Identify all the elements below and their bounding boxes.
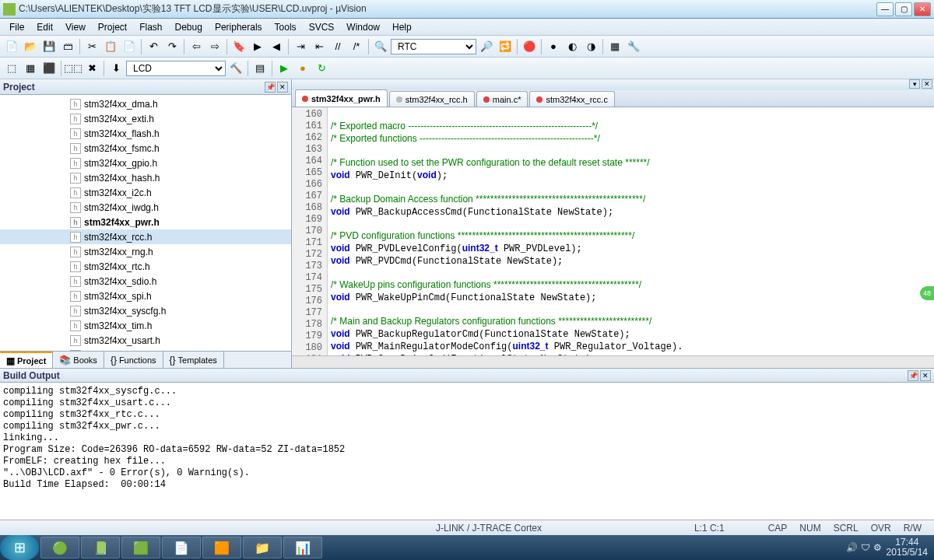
stop-build-icon[interactable]: ✖ (83, 60, 100, 77)
panel-tab-books[interactable]: 📚Books (53, 352, 104, 368)
config-icon[interactable]: 🔧 (625, 38, 642, 55)
tray-icon[interactable]: 🛡 (861, 542, 870, 553)
batch-build-icon[interactable]: ⬚⬚ (65, 60, 82, 77)
start-button[interactable]: ⊞ (0, 535, 39, 560)
panel-close-icon[interactable]: ✕ (277, 82, 288, 93)
indent-icon[interactable]: ⇥ (292, 38, 309, 55)
build-output-text[interactable]: compiling stm32f4xx_syscfg.c... compilin… (0, 383, 934, 520)
bookmark-next-icon[interactable]: ▶ (249, 38, 266, 55)
task-item[interactable]: 📗 (81, 537, 120, 558)
outdent-icon[interactable]: ⇤ (311, 38, 328, 55)
tree-file[interactable]: hstm32f4xx_hash.h (0, 170, 291, 185)
bookmark-icon[interactable]: 🔖 (230, 38, 248, 55)
tree-file[interactable]: hstm32f4xx_gpio.h (0, 156, 291, 170)
run-icon[interactable]: ▶ (276, 60, 293, 77)
code-editor[interactable]: 160 161 162 163 164 165 166 167 168 169 … (292, 107, 934, 355)
build-icon[interactable]: ▦ (22, 60, 39, 77)
window-icon[interactable]: ▦ (606, 38, 623, 55)
tree-file[interactable]: hstm32f4xx_rtc.h (0, 259, 291, 274)
tree-file[interactable]: hstm32f4xx_syscfg.h (0, 303, 291, 318)
target-options-icon[interactable]: 🔨 (227, 60, 244, 77)
paste-icon[interactable]: 📄 (121, 38, 138, 55)
project-tree[interactable]: hstm32f4xx_dma.hhstm32f4xx_exti.hhstm32f… (0, 95, 291, 351)
close-button[interactable]: ✕ (914, 2, 931, 16)
editor-dropdown-icon[interactable]: ▾ (909, 79, 920, 89)
rebuild-icon[interactable]: ⬛ (40, 60, 58, 77)
tree-file[interactable]: hstm32f4xx_iwdg.h (0, 200, 291, 215)
download-icon[interactable]: ⬇ (107, 60, 125, 77)
debug-icon[interactable]: 🔴 (521, 38, 538, 55)
menu-file[interactable]: File (3, 20, 30, 34)
menu-help[interactable]: Help (386, 20, 418, 34)
tree-file[interactable]: hstm32f4xx_spi.h (0, 289, 291, 303)
tree-file[interactable]: hstm32f4xx_sdio.h (0, 274, 291, 289)
clock[interactable]: 17:44 2015/5/14 (887, 537, 928, 558)
system-tray[interactable]: 🔊 🛡 ⚙ 17:44 2015/5/14 (846, 537, 934, 558)
editor-tab[interactable]: stm32f4xx_rcc.c (529, 91, 614, 107)
tree-file[interactable]: hstm32f4xx_fsmc.h (0, 141, 291, 156)
tree-file[interactable]: hstm32f4xx_exti.h (0, 111, 291, 126)
horizontal-scrollbar[interactable] (292, 355, 934, 368)
menu-flash[interactable]: Flash (133, 20, 168, 34)
editor-tab[interactable]: stm32f4xx_pwr.h (295, 89, 388, 107)
bookmark-prev-icon[interactable]: ◀ (268, 38, 285, 55)
tree-file[interactable]: hstm32f4xx_dma.h (0, 96, 291, 111)
build-close-icon[interactable]: ✕ (920, 370, 931, 381)
undo-icon[interactable]: ↶ (145, 38, 162, 55)
find-next-icon[interactable]: 🔎 (478, 38, 495, 55)
breakpoint2-icon[interactable]: ◐ (564, 38, 581, 55)
task-item[interactable]: 🟧 (202, 537, 241, 558)
save-icon[interactable]: 💾 (40, 38, 58, 55)
comment-icon[interactable]: // (329, 38, 346, 55)
breakpoint-icon[interactable]: ● (545, 38, 562, 55)
tree-file[interactable]: hstm32f4xx_usart.h (0, 333, 291, 348)
panel-tab-project[interactable]: ▦Project (0, 352, 53, 368)
tree-file[interactable]: hstm32f4xx_i2c.h (0, 185, 291, 200)
panel-tab-functions[interactable]: {}Functions (104, 352, 163, 368)
panel-tab-templates[interactable]: {}Templates (163, 352, 224, 368)
editor-tab[interactable]: stm32f4xx_rcc.h (389, 91, 475, 107)
menu-peripherals[interactable]: Peripherals (209, 20, 269, 34)
code-body[interactable]: /* Exported macro ----------------------… (328, 107, 934, 355)
tray-icon[interactable]: ⚙ (873, 542, 882, 553)
task-item[interactable]: 📄 (162, 537, 201, 558)
build-pin-icon[interactable]: 📌 (908, 370, 918, 381)
save-all-icon[interactable]: 🗃 (59, 38, 76, 55)
tree-file[interactable]: hstm32f4xx_pwr.h (0, 215, 291, 229)
panel-pin-icon[interactable]: 📌 (265, 82, 276, 93)
tree-file[interactable]: hstm32f4xx_flash.h (0, 126, 291, 141)
task-item[interactable]: 📁 (243, 537, 282, 558)
redo-icon[interactable]: ↷ (163, 38, 181, 55)
menu-tools[interactable]: Tools (269, 20, 303, 34)
replace-icon[interactable]: 🔁 (497, 38, 514, 55)
stop-icon[interactable]: ● (294, 60, 311, 77)
translate-icon[interactable]: ⬚ (3, 60, 20, 77)
menu-debug[interactable]: Debug (169, 20, 209, 34)
tree-file[interactable]: hstm32f4xx_tim.h (0, 318, 291, 333)
reset-icon[interactable]: ↻ (313, 60, 330, 77)
menu-project[interactable]: Project (92, 20, 133, 34)
tray-icon[interactable]: 🔊 (846, 542, 858, 553)
menu-edit[interactable]: Edit (30, 20, 59, 34)
new-file-icon[interactable]: 📄 (3, 38, 20, 55)
editor-close-icon[interactable]: ✕ (922, 79, 932, 89)
search-combo[interactable]: RTC (391, 39, 476, 54)
maximize-button[interactable]: ▢ (895, 2, 912, 16)
copy-icon[interactable]: 📋 (102, 38, 119, 55)
nav-back-icon[interactable]: ⇦ (188, 38, 205, 55)
nav-fwd-icon[interactable]: ⇨ (206, 38, 223, 55)
tree-file[interactable]: hstm32f4xx_rng.h (0, 244, 291, 259)
target-combo[interactable]: LCD (126, 61, 226, 76)
tree-file[interactable]: hstm32f4xx_rcc.h (0, 229, 291, 244)
editor-tab[interactable]: main.c* (476, 91, 528, 107)
task-item[interactable]: 📊 (283, 537, 322, 558)
minimize-button[interactable]: — (876, 2, 894, 16)
open-icon[interactable]: 📂 (22, 38, 39, 55)
uncomment-icon[interactable]: /* (348, 38, 365, 55)
task-item[interactable]: 🟩 (121, 537, 160, 558)
manage-icon[interactable]: ▤ (251, 60, 269, 77)
find-icon[interactable]: 🔍 (372, 38, 389, 55)
menu-window[interactable]: Window (340, 20, 386, 34)
menu-view[interactable]: View (59, 20, 92, 34)
menu-svcs[interactable]: SVCS (303, 20, 341, 34)
